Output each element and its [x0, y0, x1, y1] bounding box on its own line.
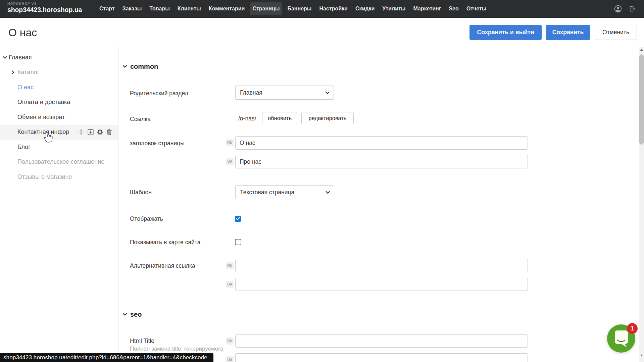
- page-title-ru-input[interactable]: [235, 136, 528, 150]
- tree-item-label: Отзывы о магазине: [17, 173, 72, 180]
- tree-item-actions: [78, 125, 115, 140]
- menu-item-4[interactable]: Клиенты: [175, 2, 203, 15]
- cancel-button[interactable]: Отменить: [595, 25, 637, 40]
- display-label: Отображать: [130, 215, 163, 222]
- tree-item-9[interactable]: Отзывы о магазине: [0, 169, 118, 185]
- menu-item-8[interactable]: Настройки: [317, 2, 350, 15]
- status-url-tooltip: shop34423.horoshop.ua/edit/edit.php?id=6…: [0, 353, 213, 362]
- html-title-ua-input[interactable]: [235, 353, 528, 362]
- html-title-hint: Полная замена title, генерируемого: [130, 346, 223, 352]
- link-label: Ссылка: [130, 116, 151, 123]
- section-seo-title[interactable]: seo: [130, 311, 142, 318]
- menu-item-10[interactable]: Утилиты: [380, 2, 408, 15]
- menu-item-2[interactable]: Заказы: [120, 2, 144, 15]
- tree-expand-toggle[interactable]: [11, 70, 17, 74]
- header-buttons: Сохранить и выйти Сохранить Отменить: [469, 25, 637, 40]
- pages-tree: ГлавнаяКаталогО насОплата и доставкаОбме…: [0, 47, 118, 185]
- scrollbar-down-arrow[interactable]: [639, 353, 644, 358]
- lang-badge-ru: RU: [226, 338, 234, 345]
- parent-section-label: Родительский раздел: [130, 90, 188, 97]
- page-edit-form: common Родительский раздел Главная Ссылк…: [119, 47, 639, 362]
- main-menu: СтартЗаказыТоварыКлиентыКомментарииСтран…: [97, 0, 492, 17]
- move-icon[interactable]: [78, 129, 84, 135]
- save-and-exit-button[interactable]: Сохранить и выйти: [469, 25, 542, 40]
- lang-badge-ua: UA: [226, 281, 234, 288]
- menu-item-6[interactable]: Страницы: [250, 2, 282, 15]
- tree-item-1[interactable]: Главная: [0, 50, 118, 65]
- parent-section-select[interactable]: Главная: [235, 86, 334, 100]
- menu-item-12[interactable]: Seo: [446, 2, 461, 15]
- tree-item-5[interactable]: Обмен и возврат: [0, 110, 118, 125]
- topbar-icons: [614, 0, 644, 17]
- lang-badge-ru: RU: [226, 139, 234, 146]
- page-title-field-label: заголовок страницы: [130, 140, 185, 147]
- scrollbar-up-arrow[interactable]: [639, 47, 644, 52]
- brand-version-label: HOROSHOP V4: [7, 2, 82, 6]
- page-title: О нас: [8, 27, 37, 39]
- tree-item-label: Контактная инфор: [17, 128, 69, 136]
- chat-unread-badge: 1: [627, 323, 638, 334]
- select-chevron-icon: [326, 191, 330, 194]
- alt-link-label: Альтернативная ссылка: [130, 262, 195, 269]
- menu-item-13[interactable]: Отчеты: [464, 2, 489, 15]
- logout-icon[interactable]: [629, 5, 636, 12]
- status-url-text: shop34423.horoshop.ua/edit/edit.php?id=6…: [0, 354, 212, 361]
- menu-item-7[interactable]: Баннеры: [285, 2, 314, 15]
- tree-item-label: Блог: [17, 144, 31, 151]
- menu-item-9[interactable]: Скидки: [353, 2, 377, 15]
- tree-item-label: О нас: [17, 84, 34, 91]
- tree-item-3[interactable]: О нас: [0, 80, 118, 95]
- scrollbar-thumb[interactable]: [639, 54, 644, 145]
- link-update-button[interactable]: обновить: [262, 112, 297, 124]
- tree-expand-toggle[interactable]: [3, 56, 9, 59]
- tree-item-6[interactable]: Контактная инфор: [0, 125, 118, 140]
- page-title-ua-input[interactable]: [235, 155, 528, 168]
- tree-item-4[interactable]: Оплата и доставка: [0, 95, 118, 110]
- section-seo-chevron-icon[interactable]: [122, 313, 127, 316]
- link-edit-button[interactable]: редактировать: [301, 112, 354, 124]
- menu-item-5[interactable]: Комментарии: [206, 2, 247, 15]
- brand-logo[interactable]: HOROSHOP V4 shop34423.horoshop.ua: [7, 2, 82, 13]
- lang-badge-ua: UA: [226, 356, 234, 362]
- tree-item-label: Пользовательское соглашение: [17, 158, 104, 165]
- pages-tree-sidebar: ГлавнаяКаталогО насОплата и доставкаОбме…: [0, 47, 118, 362]
- sitemap-checkbox[interactable]: [235, 239, 241, 245]
- lang-badge-ua: UA: [226, 158, 234, 165]
- delete-icon[interactable]: [106, 129, 112, 135]
- menu-item-1[interactable]: Старт: [97, 2, 117, 15]
- topbar: HOROSHOP V4 shop34423.horoshop.ua СтартЗ…: [0, 0, 644, 18]
- tree-item-label: Главная: [9, 54, 32, 61]
- account-icon[interactable]: [614, 5, 622, 13]
- select-chevron-icon: [325, 91, 330, 94]
- settings-icon[interactable]: [97, 129, 103, 135]
- tree-item-label: Оплата и доставка: [17, 99, 70, 106]
- section-common-chevron-icon[interactable]: [122, 65, 127, 68]
- display-checkbox[interactable]: [235, 216, 241, 222]
- html-title-ru-input[interactable]: [235, 334, 528, 348]
- tree-item-label: Каталог: [17, 69, 39, 76]
- tree-item-8[interactable]: Пользовательское соглашение: [0, 155, 118, 170]
- save-button[interactable]: Сохранить: [546, 25, 590, 40]
- add-page-icon[interactable]: [88, 129, 94, 135]
- chevron-down-icon[interactable]: [3, 56, 7, 59]
- tree-item-label: Обмен и возврат: [17, 114, 65, 121]
- alt-link-ua-input[interactable]: [235, 278, 528, 291]
- vertical-scrollbar[interactable]: [639, 47, 644, 362]
- chevron-right-icon[interactable]: [11, 70, 14, 74]
- page-header: О нас Сохранить и выйти Сохранить Отмени…: [0, 18, 644, 47]
- lang-badge-ru: RU: [226, 262, 234, 269]
- link-value: /o-nas/: [238, 115, 256, 122]
- template-select[interactable]: Текстовая страница: [235, 185, 334, 199]
- menu-item-11[interactable]: Маркетинг: [411, 2, 443, 15]
- tree-item-7[interactable]: Блог: [0, 140, 118, 155]
- menu-item-3[interactable]: Товары: [147, 2, 172, 15]
- alt-link-ru-input[interactable]: [235, 259, 528, 272]
- template-label: Шаблон: [130, 189, 152, 196]
- sitemap-label: Показывать в карте сайта: [130, 239, 200, 246]
- html-title-label: Html Title: [130, 338, 154, 345]
- checkmark-icon: [236, 217, 240, 220]
- parent-section-value: Главная: [236, 89, 262, 96]
- template-value: Текстовая страница: [236, 189, 294, 196]
- section-common-title[interactable]: common: [130, 63, 158, 70]
- tree-item-2[interactable]: Каталог: [0, 65, 118, 80]
